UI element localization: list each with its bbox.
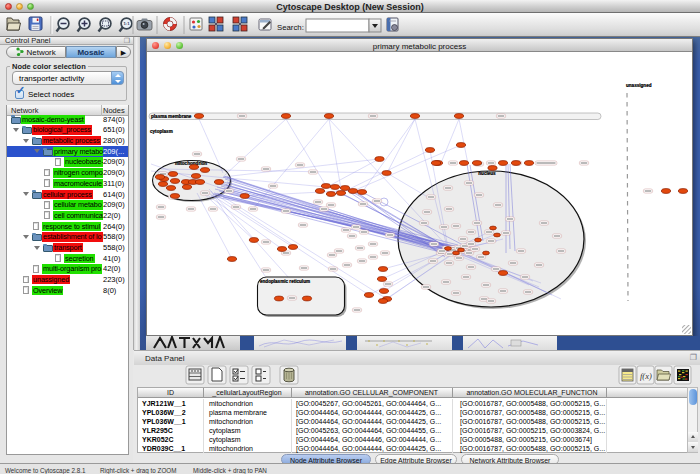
svg-text:cytoplasm: cytoplasm xyxy=(150,129,173,134)
svg-text:endoplasmic reticulum: endoplasmic reticulum xyxy=(260,279,310,284)
svg-text:nucleus: nucleus xyxy=(478,171,496,176)
svg-text:plasma membrane: plasma membrane xyxy=(151,114,192,119)
svg-text:unassigned: unassigned xyxy=(626,83,652,88)
svg-text:1:1: 1:1 xyxy=(123,21,130,26)
svg-text:Search:: Search: xyxy=(277,23,304,32)
svg-text:f(x): f(x) xyxy=(640,371,652,381)
